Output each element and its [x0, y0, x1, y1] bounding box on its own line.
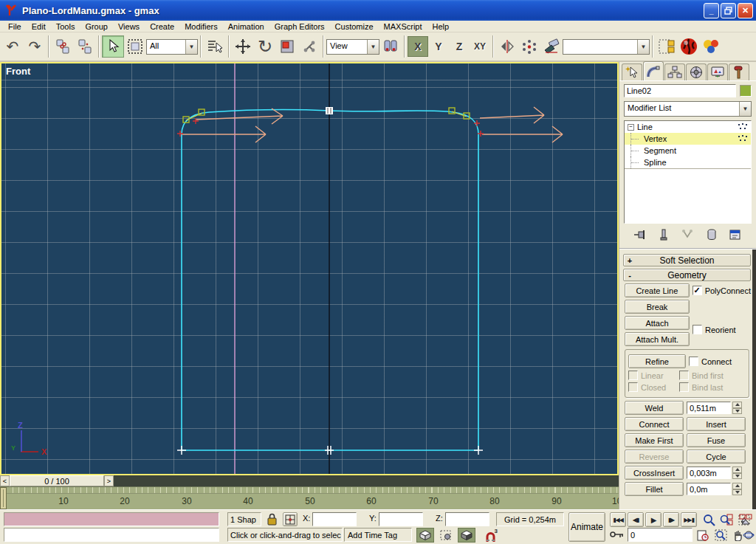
collapse-icon[interactable]: −	[628, 124, 634, 131]
tab-create[interactable]	[622, 63, 642, 80]
connect-checkbox[interactable]	[689, 357, 698, 366]
tab-hierarchy[interactable]	[664, 63, 685, 80]
pin-stack-icon[interactable]	[633, 229, 647, 241]
menu-group[interactable]: Group	[80, 21, 113, 32]
menu-edit[interactable]: Edit	[27, 21, 51, 32]
dotted-sphere-toggle[interactable]	[437, 528, 455, 543]
front-viewport[interactable]: Front	[0, 62, 619, 475]
fillet-button[interactable]: Fillet	[625, 482, 684, 496]
close-button[interactable]: ✕	[738, 3, 753, 18]
selection-filter-dropdown[interactable]: All ▼	[146, 39, 198, 55]
crossinsert-button[interactable]: CrossInsert	[625, 466, 684, 480]
animate-button[interactable]: Animate	[568, 512, 605, 542]
object-name-input[interactable]: Line02	[624, 84, 736, 97]
make-first-button[interactable]: Make First	[625, 433, 684, 447]
modifier-list-dropdown[interactable]: Modifier List ▼	[624, 101, 752, 117]
weld-threshold-input[interactable]: 0,511m	[687, 402, 731, 414]
time-slider-value[interactable]: 0 / 100	[10, 475, 104, 486]
open-track-view-button[interactable]	[656, 35, 678, 58]
named-selection-sets-dropdown[interactable]: ▼	[563, 39, 650, 55]
current-frame-input[interactable]: 0	[628, 528, 693, 542]
region-zoom-button[interactable]	[712, 528, 729, 543]
polyconnect-checkbox[interactable]: ✓	[693, 286, 702, 295]
arc-rotate-button[interactable]	[741, 528, 756, 543]
make-unique-icon[interactable]	[681, 229, 693, 241]
next-frame-button[interactable]: ▮▶	[663, 512, 679, 527]
mirror-button[interactable]	[496, 35, 518, 58]
snap-toggle-3d[interactable]: 3	[481, 528, 499, 543]
redo-button[interactable]: ↷	[24, 35, 46, 58]
panel-scrollbar[interactable]	[752, 249, 756, 509]
spinner-down-button[interactable]	[732, 473, 742, 480]
z-coordinate-input[interactable]	[445, 512, 489, 526]
insert-button[interactable]: Insert	[687, 417, 746, 431]
stack-item-line[interactable]: − Line	[625, 121, 751, 133]
unlink-selection-button[interactable]	[74, 35, 96, 58]
menu-tools[interactable]: Tools	[51, 21, 80, 32]
weld-button[interactable]: Weld	[625, 401, 684, 415]
align-button[interactable]	[540, 35, 563, 58]
undo-button[interactable]: ↶	[1, 35, 24, 58]
remove-modifier-icon[interactable]	[707, 229, 717, 241]
adaptive-degradation-toggle[interactable]	[416, 528, 434, 543]
previous-frame-button[interactable]: ◀▮	[628, 512, 644, 527]
material-editor-button[interactable]	[678, 35, 700, 58]
absolute-mode-button[interactable]	[283, 512, 298, 526]
select-and-move-button[interactable]	[232, 35, 254, 58]
select-and-manipulate-button[interactable]	[298, 35, 320, 58]
menu-create[interactable]: Create	[145, 21, 179, 32]
cycle-button[interactable]: Cycle	[687, 450, 746, 464]
use-pivot-point-center-button[interactable]	[379, 35, 402, 58]
spinner-up-button[interactable]	[732, 483, 742, 489]
menu-graph-editors[interactable]: Graph Editors	[269, 21, 330, 32]
track-bar-handle[interactable]	[0, 487, 7, 509]
object-color-swatch[interactable]	[740, 85, 752, 97]
select-and-rotate-button[interactable]: ↻	[254, 35, 276, 58]
reference-coordinate-dropdown[interactable]: View ▼	[326, 39, 379, 55]
line02-spline[interactable]	[182, 110, 478, 450]
configure-modifier-sets-icon[interactable]	[729, 229, 742, 241]
maxscript-input-line[interactable]	[4, 528, 219, 542]
restrict-z-button[interactable]: Z	[449, 36, 470, 57]
keyboard-shortcut-key-icon[interactable]	[610, 530, 625, 540]
select-object-button[interactable]	[102, 35, 124, 58]
stack-item-vertex[interactable]: Vertex	[625, 133, 751, 145]
go-to-start-button[interactable]: ▮◀◀	[610, 512, 626, 527]
fuse-button[interactable]: Fuse	[687, 433, 746, 447]
select-by-name-button[interactable]	[204, 35, 226, 58]
selected-vertex-marker[interactable]	[326, 107, 333, 114]
create-line-button[interactable]: Create Line	[625, 283, 690, 297]
spinner-down-button[interactable]	[732, 408, 742, 415]
break-button[interactable]: Break	[625, 300, 690, 314]
menu-file[interactable]: File	[3, 21, 27, 32]
show-end-result-icon[interactable]	[659, 229, 668, 241]
track-bar[interactable]: 10 20 30 40 50 60 70 80 90 100	[0, 486, 619, 509]
play-button[interactable]: ▶	[645, 512, 662, 527]
rectangular-selection-region-button[interactable]	[124, 35, 146, 58]
selection-lock-icon[interactable]	[267, 513, 277, 526]
time-configuration-button[interactable]	[694, 528, 712, 543]
fillet-input[interactable]: 0,0m	[687, 483, 731, 495]
go-to-end-button[interactable]: ▶▶▮	[681, 512, 697, 527]
viewport-label[interactable]: Front	[6, 66, 30, 77]
time-slider-next-button[interactable]: >	[104, 475, 114, 486]
restrict-x-button[interactable]: X	[408, 36, 428, 57]
tab-modify[interactable]	[643, 61, 664, 80]
spinner-down-button[interactable]	[732, 489, 742, 496]
menu-views[interactable]: Views	[113, 21, 145, 32]
refine-button[interactable]: Refine	[628, 354, 686, 368]
x-coordinate-input[interactable]	[312, 512, 357, 526]
tab-utilities[interactable]	[729, 63, 749, 80]
crossinsert-input[interactable]: 0,003m	[687, 466, 731, 479]
render-button[interactable]	[700, 35, 722, 58]
rollout-geometry[interactable]: - Geometry	[623, 269, 751, 281]
restrict-xy-plane-button[interactable]: XY	[470, 36, 490, 57]
hatched-cube-toggle[interactable]	[458, 528, 475, 543]
spinner-up-button[interactable]	[732, 466, 742, 473]
menu-animation[interactable]: Animation	[223, 21, 269, 32]
menu-modifiers[interactable]: Modifiers	[179, 21, 223, 32]
select-and-link-button[interactable]	[52, 35, 74, 58]
restore-button[interactable]	[721, 3, 736, 18]
connect-button[interactable]: Connect	[625, 417, 684, 431]
stack-item-spline[interactable]: Spline	[625, 156, 751, 168]
